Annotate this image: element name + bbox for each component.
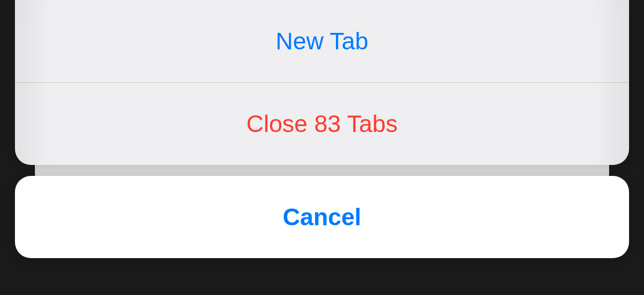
close-all-tabs-button[interactable]: Close 83 Tabs [15,83,629,165]
cancel-button[interactable]: Cancel [15,176,629,258]
action-sheet: New Tab Close 83 Tabs [15,0,629,165]
new-tab-button[interactable]: New Tab [15,0,629,82]
